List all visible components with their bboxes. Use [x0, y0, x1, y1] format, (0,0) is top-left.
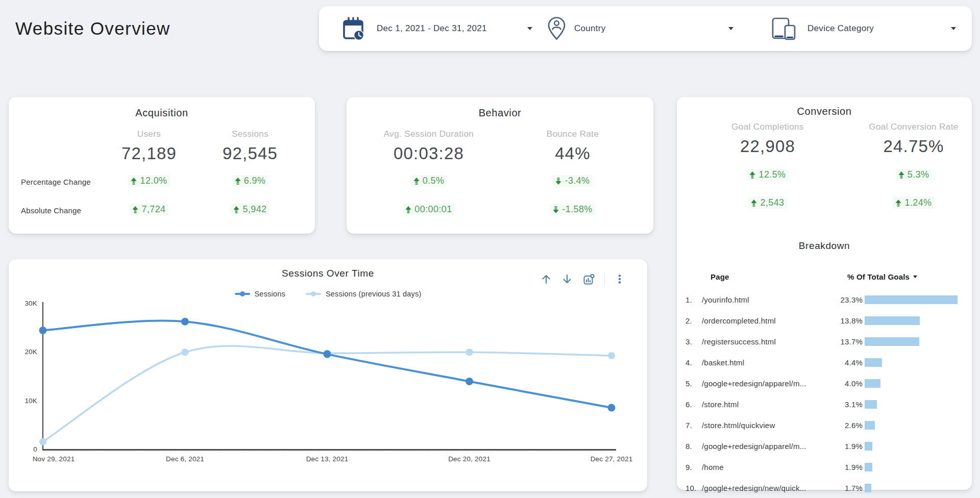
metric-value: 24.75%	[856, 137, 971, 156]
table-row: 10./google+redesign/new/quick...1.7%	[677, 478, 972, 498]
chart-data-point	[39, 327, 47, 334]
row-bar	[865, 484, 871, 492]
legend-marker-icon	[235, 293, 250, 295]
row-bar-track	[865, 358, 972, 367]
chart-data-point	[182, 348, 189, 356]
chevron-down-icon	[951, 27, 956, 30]
row-bar-track	[865, 484, 972, 492]
trend-arrow-icon	[555, 178, 561, 185]
table-row: 9./home1.9%	[677, 457, 972, 478]
column-header-goals[interactable]: % Of Total Goals	[847, 272, 917, 281]
y-axis-tick-label: 10K	[24, 397, 37, 405]
row-percent: 1.7%	[833, 484, 865, 492]
legend-label: Sessions	[255, 290, 285, 298]
metric-value: 92,545	[193, 144, 307, 163]
chart-data-point	[465, 378, 473, 385]
date-range-filter[interactable]: Dec 1, 2021 - Dec 31, 2021	[341, 6, 487, 51]
chart-line-sessions	[43, 321, 611, 408]
table-row: 6./store.html3.1%	[677, 394, 972, 415]
sessions-over-time-card: 010K20K30KNov 29, 2021Dec 6, 2021Dec 13,…	[9, 259, 647, 491]
row-bar-track	[865, 316, 972, 325]
row-rank: 8.	[677, 442, 702, 451]
metric-label: Sessions	[193, 129, 307, 139]
metric-value: 72,189	[92, 144, 206, 163]
row-rank: 7.	[677, 421, 702, 430]
table-row: 5./google+redesign/apparel/m...4.0%	[677, 373, 972, 394]
table-row: 2./ordercompleted.html13.8%	[677, 310, 972, 331]
x-axis-tick-label: Nov 29, 2021	[33, 455, 75, 463]
metric-goal-conversion-rate: Goal Conversion Rate 24.75%	[856, 122, 971, 156]
absolute-change-value: 7,724	[92, 204, 206, 216]
row-rank: 1.	[677, 295, 702, 304]
row-rank: 9.	[677, 463, 702, 471]
chevron-down-icon	[728, 27, 733, 30]
absolute-change-value: 1.24%	[856, 197, 971, 209]
toolbar-divider	[604, 272, 605, 286]
page-title: Website Overview	[15, 18, 170, 39]
metric-avg-session-duration: Avg. Session Duration 00:03:28	[372, 129, 486, 163]
card-title: Acquisition	[9, 107, 315, 119]
row-bar	[865, 316, 920, 325]
filter-bar: Dec 1, 2021 - Dec 31, 2021 Country	[319, 6, 972, 51]
row-bar	[865, 358, 882, 367]
chart-data-point	[466, 348, 473, 356]
row-bar	[865, 442, 872, 451]
row-bar-track	[865, 379, 972, 388]
percentage-change-value: 0.5%	[372, 175, 486, 187]
table-row: 3./registersuccess.html13.7%	[677, 331, 972, 352]
row-bar-track	[865, 400, 972, 409]
table-row: 7./store.html/quickview2.6%	[677, 415, 972, 436]
metric-value: 00:03:28	[372, 144, 486, 163]
chart-export-icon[interactable]	[582, 273, 595, 285]
metric-label: Goal Conversion Rate	[856, 122, 971, 132]
row-page: /google+redesign/apparel/m...	[702, 379, 833, 388]
legend-marker-icon	[306, 293, 321, 295]
trend-arrow-icon	[405, 206, 411, 213]
metric-bounce-rate: Bounce Rate 44%	[516, 129, 630, 163]
row-percent: 13.7%	[833, 337, 865, 346]
metric-goal-completions: Goal Completions 22,908	[710, 122, 825, 156]
country-filter-label: Country	[574, 23, 606, 34]
trend-arrow-icon	[131, 178, 137, 185]
absolute-change-value: 2,543	[710, 197, 825, 209]
metric-label: Avg. Session Duration	[372, 129, 486, 139]
breakdown-table-body: 1./yourinfo.html23.3%2./ordercompleted.h…	[677, 289, 972, 498]
absolute-change-value: -1.58%	[516, 204, 630, 216]
row-rank: 10.	[677, 484, 702, 492]
metric-value: 22,908	[710, 137, 825, 156]
more-options-icon[interactable]	[615, 273, 625, 285]
move-down-icon[interactable]	[561, 273, 573, 285]
acquisition-scorecard: Acquisition Users 72,189 Sessions 92,545…	[9, 97, 315, 234]
x-axis-tick-label: Dec 20, 2021	[448, 455, 491, 463]
trend-arrow-icon	[235, 178, 241, 185]
y-axis-tick-label: 30K	[24, 300, 37, 307]
chart-legend: SessionsSessions (previous 31 days)	[9, 290, 647, 298]
trend-arrow-icon	[751, 200, 757, 207]
row-bar	[865, 421, 875, 430]
breakdown-title: Breakdown	[677, 240, 972, 252]
absolute-change-value: 00:00:01	[372, 204, 486, 216]
x-axis-tick-label: Dec 13, 2021	[306, 455, 349, 463]
row-page: /store.html/quickview	[702, 421, 833, 430]
behavior-scorecard: Behavior Avg. Session Duration 00:03:28 …	[347, 97, 653, 234]
metric-value: 44%	[516, 144, 630, 163]
sort-desc-icon	[913, 276, 917, 278]
trend-arrow-icon	[749, 171, 755, 179]
trend-arrow-icon	[233, 206, 239, 213]
country-filter[interactable]: Country	[547, 6, 606, 51]
device-category-filter[interactable]: Device Category	[771, 6, 874, 51]
row-percent: 1.9%	[833, 442, 865, 451]
row-rank: 5.	[677, 379, 702, 388]
percentage-change-value: 5.3%	[856, 169, 971, 181]
row-bar	[865, 463, 872, 471]
chart-data-point	[608, 352, 615, 359]
row-page: /registersuccess.html	[702, 337, 833, 346]
chart-data-point	[181, 318, 189, 326]
row-percent: 13.8%	[833, 316, 865, 325]
chart-data-point	[324, 351, 331, 358]
move-up-icon[interactable]	[541, 273, 552, 285]
row-page: /ordercompleted.html	[702, 316, 833, 325]
table-row: 1./yourinfo.html23.3%	[677, 289, 972, 310]
percentage-change-value: 12.5%	[710, 169, 825, 181]
row-percent: 4.4%	[833, 358, 865, 367]
